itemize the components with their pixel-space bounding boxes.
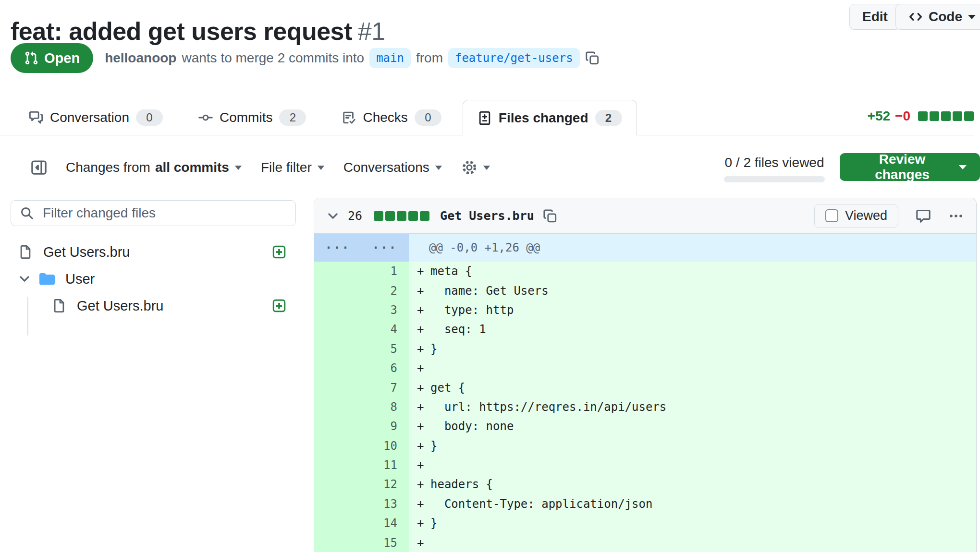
diffstat-blocks [918,111,974,121]
viewed-checkbox[interactable] [825,209,838,222]
old-line-number-cell[interactable] [314,262,361,281]
tree-item-file-nested[interactable]: Get Users.bru [11,292,296,319]
new-line-number-cell[interactable]: 3 [361,300,409,320]
addition-marker: + [417,478,430,491]
new-line-number-cell[interactable]: 5 [361,339,409,359]
head-branch-label[interactable]: feature/get-users [448,48,580,68]
file-comment-button[interactable] [916,208,931,224]
diffstat-block [941,111,951,121]
addition-marker: + [417,439,430,453]
old-line-number-cell[interactable] [314,300,361,320]
new-line-number-cell[interactable]: 2 [361,281,409,300]
diffstat-additions: +52 [868,108,891,124]
addition-marker: + [417,458,430,472]
file-diff-icon [478,111,492,125]
review-changes-button[interactable]: Review changes [840,153,980,181]
new-line-number-cell[interactable]: 6 [361,359,409,378]
code-button[interactable]: Code [895,4,980,30]
code-cell: + [409,533,976,552]
checklist-icon [342,110,356,125]
old-line-number-cell[interactable] [314,475,361,494]
tree-item-file-root[interactable]: Get Users.bru [11,239,296,265]
conversations-dropdown[interactable]: Conversations [343,160,443,175]
copy-file-path-button[interactable] [543,209,557,223]
merge-summary-text-2: from [416,50,443,66]
tab-files-changed[interactable]: Files changed 2 [463,100,637,135]
diff-line-row: 2 + name: Get Users [314,281,976,300]
old-line-number-cell[interactable] [314,339,361,359]
code-text: get { [430,381,465,395]
diff-added-icon [272,245,286,259]
files-toolbar: Changes from all commits File filter Con… [0,152,980,187]
old-line-number-cell[interactable] [314,359,361,378]
new-line-number-cell[interactable]: 9 [361,417,409,436]
file-filter-dropdown[interactable]: File filter [261,160,325,175]
code-cell: +} [409,339,976,359]
tab-commits-label: Commits [220,110,272,125]
collapse-diff-button[interactable] [327,210,339,222]
changes-from-dropdown[interactable]: Changes from all commits [66,160,243,175]
old-line-number-cell[interactable] [314,378,361,397]
code-cell: + type: http [409,300,976,320]
diff-settings-dropdown[interactable] [461,159,491,176]
old-line-number-cell[interactable] [314,514,361,533]
sidebar-collapse-icon [30,159,48,176]
old-line-number-cell[interactable] [314,417,361,436]
diff-file-name[interactable]: Get Users.bru [440,209,534,223]
edit-button[interactable]: Edit [849,4,901,30]
file-icon [18,245,33,259]
comment-icon [916,208,931,224]
old-line-number-cell[interactable] [314,494,361,514]
tab-conversation[interactable]: Conversation 0 [14,100,177,135]
file-changed-lines-count: 26 [348,209,362,223]
base-branch-label[interactable]: main [369,48,411,68]
diffstat-block [964,111,974,121]
viewed-button[interactable]: Viewed [814,204,898,228]
hunk-dots: ··· [361,241,408,254]
copy-branch-button[interactable] [585,51,600,65]
pr-title-text: feat: added get users request [11,17,352,45]
collapse-file-tree-button[interactable] [30,159,48,176]
diffstat-block [420,211,429,221]
file-options-kebab-button[interactable] [948,208,964,224]
filter-changed-files-input[interactable] [42,205,287,221]
old-line-number-cell[interactable] [314,436,361,456]
old-line-number-cell[interactable] [314,533,361,552]
addition-marker: + [417,342,430,356]
new-line-number-cell[interactable]: 15 [361,533,409,552]
chevron-down-icon [235,166,242,170]
new-line-number-cell[interactable]: 13 [361,494,409,514]
new-line-number-cell[interactable]: 1 [361,262,409,281]
hunk-header-text: @@ -0,0 +1,26 @@ [409,234,976,262]
new-line-number-cell[interactable]: 4 [361,320,409,339]
toolbar-left-group: Changes from all commits File filter Con… [30,152,491,183]
diff-line-row: 5 +} [314,339,976,359]
author-link[interactable]: helloanoop [105,50,176,66]
copy-icon [543,209,557,223]
new-line-number-cell[interactable]: 10 [361,436,409,456]
addition-marker: + [417,303,430,317]
old-line-number-cell[interactable] [314,397,361,417]
edit-button-label: Edit [862,9,888,24]
code-text: } [430,516,437,530]
code-cell: + name: Get Users [409,281,976,300]
old-line-number-cell[interactable] [314,456,361,475]
old-line-number-cell[interactable] [314,281,361,300]
new-line-number-cell[interactable]: 14 [361,514,409,533]
diff-body: ······ @@ -0,0 +1,26 @@ 1 +meta { 2 + na… [314,234,976,552]
tab-checks[interactable]: Checks 0 [327,100,455,135]
viewed-label: Viewed [845,208,887,223]
diff-line-row: 12 +headers { [314,475,976,494]
new-line-number-cell[interactable]: 8 [361,397,409,417]
tab-commits[interactable]: Commits 2 [184,100,320,135]
old-line-number-cell[interactable] [314,320,361,339]
diff-line-row: 15 + [314,533,976,552]
new-line-number-cell[interactable]: 12 [361,475,409,494]
hunk-row: ······ @@ -0,0 +1,26 @@ [314,234,976,262]
tree-item-folder-user[interactable]: User [11,265,296,292]
diff-line-row: 6 + [314,359,976,378]
new-line-number-cell[interactable]: 7 [361,378,409,397]
expand-hunk-gutter[interactable]: ······ [314,234,409,262]
diff-line-row: 8 + url: https://reqres.in/api/users [314,397,976,417]
new-line-number-cell[interactable]: 11 [361,456,409,475]
